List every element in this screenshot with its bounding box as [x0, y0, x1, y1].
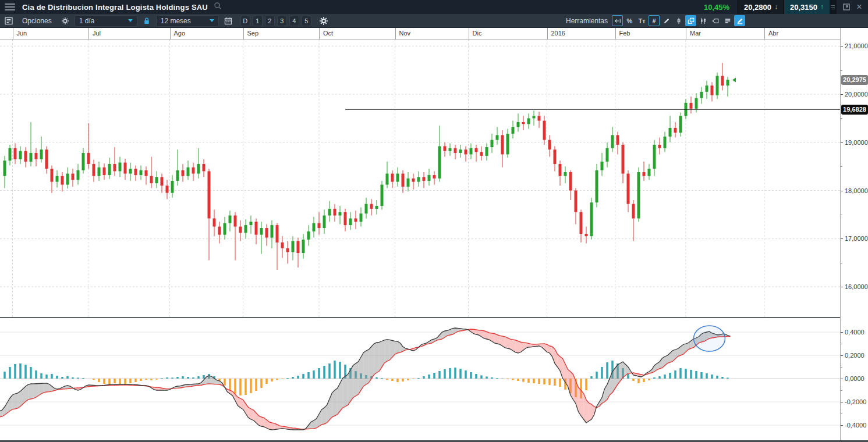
last-price-badge[interactable]: 20,2975 [841, 75, 868, 85]
axis-minor-tick [841, 215, 842, 215]
ellipse-annotation[interactable] [694, 326, 725, 351]
chevron-down-icon [128, 19, 133, 22]
tools-group: Herramientas %Tт# [566, 15, 746, 26]
axis-tick [841, 142, 843, 143]
trading-app-window: Cia de Distribucion Integral Logista Hol… [0, 0, 868, 442]
undo-tool[interactable] [612, 15, 623, 26]
arrow-down-icon: ↓ [774, 3, 778, 11]
macd-tick-label: 0,4000 [845, 329, 865, 336]
axis-tick [841, 287, 843, 287]
axis-tick [841, 425, 843, 426]
range-value: 12 meses [161, 17, 191, 25]
axis-minor-tick [841, 414, 842, 414]
axis-minor-tick [841, 263, 842, 263]
grid-tool[interactable]: # [649, 15, 660, 26]
month-tick [469, 28, 469, 40]
ask-button[interactable]: 20,3150 ↑ [784, 0, 830, 14]
month-label: Nov [399, 30, 411, 37]
period-button-5[interactable]: 5 [302, 16, 311, 26]
layers-tool[interactable] [722, 15, 733, 26]
axis-tick [841, 238, 843, 239]
month-label: Dic [473, 30, 482, 37]
axis-tick [841, 402, 843, 402]
text-tool[interactable]: Tт [636, 15, 647, 26]
options-button[interactable]: Opciones [18, 15, 56, 27]
axis-minor-tick [841, 70, 842, 71]
month-tick [615, 28, 616, 40]
month-tick [88, 28, 89, 40]
close-icon[interactable]: × [853, 0, 866, 14]
axis-tick [841, 191, 843, 191]
month-label: Jun [17, 30, 27, 37]
range-select[interactable]: 12 meses [156, 15, 219, 27]
lock-icon[interactable] [139, 15, 155, 27]
month-tick [319, 28, 320, 40]
month-label: 2016 [551, 30, 565, 37]
month-tick [686, 28, 686, 40]
axis-tick [841, 355, 843, 356]
macd-tick-label: -0,2000 [845, 398, 866, 405]
price-tick-label: 17,0000 [845, 235, 868, 242]
month-label: Mar [690, 30, 701, 37]
price-tick-label: 21,0000 [845, 42, 868, 49]
windows-tool[interactable] [685, 15, 696, 26]
axis-minor-tick [841, 390, 842, 391]
line-chart-tool[interactable] [673, 15, 684, 26]
gear-icon[interactable] [57, 15, 73, 27]
draw-tool[interactable] [661, 15, 672, 26]
tag-tool[interactable] [710, 15, 721, 26]
month-label: Ago [174, 30, 186, 37]
tools-label: Herramientas [566, 17, 608, 25]
bid-button[interactable]: 20,2800 ↓ [738, 0, 784, 14]
macd-tick-label: -0,4000 [845, 422, 866, 429]
month-tick [170, 28, 171, 40]
axis-minor-tick [841, 166, 842, 167]
month-tick [13, 28, 13, 40]
chart-toolbar: Opciones 1 día 12 meses D12345 Herramien… [0, 14, 868, 28]
instrument-title: Cia de Distribucion Integral Logista Hol… [22, 3, 208, 12]
month-label: Sep [247, 30, 259, 37]
macd-indicator-pane[interactable] [0, 318, 840, 440]
timeframe-select[interactable]: 1 día [75, 15, 137, 27]
period-buttons: D12345 [239, 16, 313, 26]
month-tick [764, 28, 765, 40]
period-button-D[interactable]: D [240, 16, 250, 26]
percent-tool[interactable]: % [624, 15, 635, 26]
hamburger-menu-icon[interactable] [0, 0, 20, 14]
search-icon[interactable] [214, 2, 222, 12]
chevron-down-icon [210, 19, 214, 22]
time-axis-header[interactable]: JunJulAgoSepOctNovDic2016FebMarAbr [0, 28, 868, 40]
level-line-badge[interactable]: 19,6828 [841, 105, 868, 115]
period-button-1[interactable]: 1 [253, 16, 263, 26]
period-button-3[interactable]: 3 [277, 16, 287, 26]
axis-tick [841, 46, 843, 47]
axis-tick [841, 332, 843, 333]
period-button-4[interactable]: 4 [289, 16, 299, 26]
axis-minor-tick [841, 118, 842, 119]
popout-icon[interactable] [840, 0, 853, 14]
price-chart-pane[interactable] [0, 40, 840, 317]
candlestick-tool[interactable] [697, 15, 708, 26]
legend-icon[interactable] [1, 15, 17, 27]
price-tick-label: 16,0000 [845, 283, 868, 290]
ask-price: 20,3150 [790, 3, 817, 12]
drag-grip[interactable] [830, 0, 837, 14]
price-tick-label: 19,0000 [845, 139, 868, 146]
month-tick [547, 28, 548, 40]
month-label: Abr [768, 30, 778, 37]
period-button-2[interactable]: 2 [265, 16, 275, 26]
title-bar: Cia de Distribucion Integral Logista Hol… [0, 0, 868, 14]
settings-gear-icon[interactable] [315, 15, 332, 27]
arrow-up-icon: ↑ [820, 3, 824, 11]
month-tick [395, 28, 396, 40]
axis-tick [841, 379, 843, 379]
edit-tool[interactable] [734, 15, 745, 26]
bid-price: 20,2800 [744, 3, 771, 12]
calendar-icon[interactable] [220, 15, 236, 27]
macd-tick-label: 0,0000 [845, 375, 865, 382]
timeframe-value: 1 día [79, 17, 95, 25]
price-axis[interactable]: 21,000020,000019,000018,000017,000016,00… [840, 28, 868, 440]
price-tick-label: 20,0000 [845, 91, 868, 98]
axis-minor-tick [841, 344, 842, 344]
change-percent: 10,45% [704, 3, 729, 12]
